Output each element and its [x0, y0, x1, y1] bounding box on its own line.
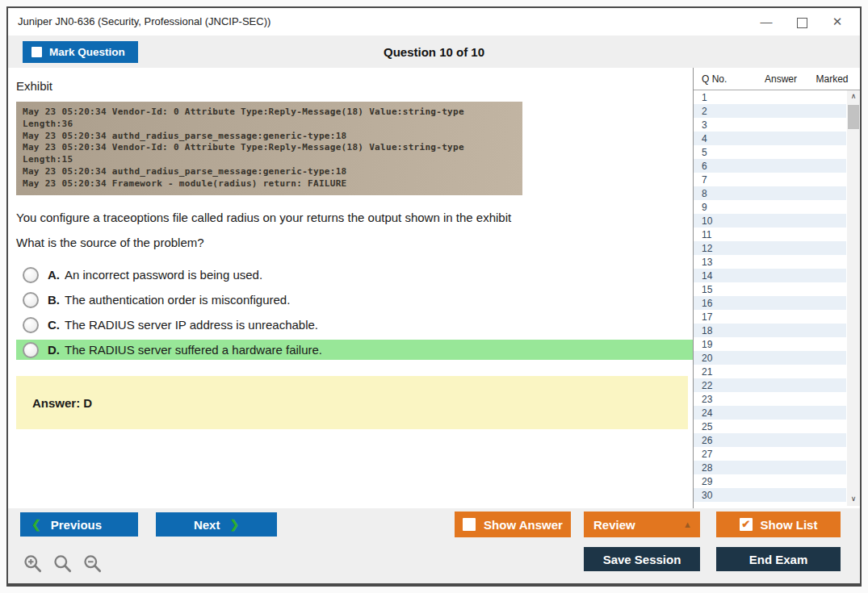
chevron-left-icon: ❮ [31, 518, 41, 531]
exhibit-log-line: May 23 05:20:34 authd_radius_parse_messa… [23, 166, 516, 178]
question-text-line1: You configure a traceoptions file called… [16, 211, 511, 224]
question-counter: Question 10 of 10 [8, 45, 860, 59]
option-row-C[interactable]: C.The RADIUS server IP address is unreac… [16, 315, 694, 335]
end-exam-button[interactable]: End Exam [716, 547, 841, 571]
radio-button[interactable] [23, 317, 39, 333]
review-dropdown[interactable]: Review ▲ [584, 512, 700, 537]
window-title: Juniper JN0-636 (Security, Professional … [18, 15, 270, 27]
zoom-out-icon[interactable] [82, 553, 103, 574]
review-label: Review [593, 518, 635, 532]
exhibit-log-line: May 23 05:20:34 Vendor-Id: 0 Attribute T… [23, 106, 516, 119]
column-answer: Answer [752, 73, 810, 85]
option-row-A[interactable]: A.An incorrect password is being used. [16, 265, 694, 285]
option-letter: A. [48, 268, 60, 282]
zoom-reset-icon[interactable] [52, 553, 73, 574]
question-list-row[interactable]: 14 [694, 269, 846, 282]
question-list-row[interactable]: 26 [694, 433, 846, 447]
answer-text: Answer: D [32, 396, 92, 410]
show-list-label: Show List [761, 518, 818, 532]
question-list-row[interactable]: 6 [694, 159, 846, 173]
exhibit-log-line: May 23 05:20:34 Vendor-Id: 0 Attribute T… [23, 142, 516, 154]
question-list-panel: Q No. Answer Marked 12345678910111213141… [693, 68, 860, 508]
radio-button[interactable] [23, 342, 39, 358]
question-list-row[interactable]: 16 [694, 296, 846, 310]
radio-button[interactable] [23, 267, 39, 283]
question-list-row[interactable]: 28 [694, 461, 846, 474]
question-list-row[interactable]: 15 [694, 282, 846, 296]
question-list-row[interactable]: 8 [694, 186, 846, 200]
next-label: Next [194, 518, 220, 532]
question-list-row[interactable]: 2 [694, 104, 846, 118]
exhibit-log-line: Length:36 [23, 119, 516, 131]
show-list-button[interactable]: ✔ Show List [716, 512, 841, 537]
option-text: The RADIUS server IP address is unreacha… [65, 318, 318, 332]
exhibit-log-line: May 23 05:20:34 authd_radius_parse_messa… [23, 131, 516, 143]
exhibit-log-line: Length:15 [23, 154, 516, 166]
zoom-in-icon[interactable] [23, 553, 44, 574]
question-list-row[interactable]: 18 [694, 324, 846, 337]
question-list-row[interactable]: 1 [694, 90, 846, 104]
show-list-checkbox[interactable]: ✔ [740, 518, 753, 531]
column-marked: Marked [810, 73, 854, 85]
question-list-row[interactable]: 4 [694, 132, 846, 145]
exam-window: Juniper JN0-636 (Security, Professional … [6, 6, 862, 587]
question-list-row[interactable]: 12 [694, 241, 846, 255]
maximize-icon [797, 18, 807, 28]
question-list-row[interactable]: 5 [694, 145, 846, 159]
question-list-scrollbar[interactable]: ∧ ∨ [847, 90, 860, 506]
scroll-up-icon[interactable]: ∧ [847, 90, 860, 103]
save-session-button[interactable]: Save Session [584, 547, 700, 571]
option-letter: B. [48, 293, 60, 307]
chevron-right-icon: ❯ [229, 518, 239, 531]
question-list-row[interactable]: 27 [694, 447, 846, 461]
question-list-row[interactable]: 21 [694, 365, 846, 378]
option-row-D[interactable]: D.The RADIUS server suffered a hardware … [16, 340, 694, 360]
minimize-button[interactable]: — [748, 8, 784, 35]
question-list-row[interactable]: 29 [694, 474, 846, 488]
option-letter: C. [48, 318, 60, 332]
question-list-row[interactable]: 10 [694, 214, 846, 228]
question-list-row[interactable]: 23 [694, 392, 846, 406]
radio-button[interactable] [23, 292, 39, 308]
question-list-row[interactable]: 3 [694, 118, 846, 132]
option-text: An incorrect password is being used. [65, 268, 262, 282]
column-qno: Q No. [694, 73, 752, 85]
end-exam-label: End Exam [749, 553, 808, 566]
save-session-label: Save Session [603, 553, 681, 566]
scroll-down-icon[interactable]: ∨ [847, 493, 860, 506]
question-list-row[interactable]: 30 [694, 488, 846, 502]
show-answer-button[interactable]: Show Answer [455, 512, 571, 537]
question-list-header: Q No. Answer Marked [694, 68, 860, 90]
option-row-B[interactable]: B.The authentication order is misconfigu… [16, 290, 694, 310]
options-list: A.An incorrect password is being used.B.… [16, 265, 694, 365]
show-answer-label: Show Answer [484, 518, 563, 532]
question-list-row[interactable]: 7 [694, 173, 846, 186]
show-answer-checkbox[interactable] [463, 518, 476, 531]
close-button[interactable]: ✕ [820, 8, 855, 35]
question-list-row[interactable]: 17 [694, 310, 846, 324]
question-list: 1234567891011121314151617181920212223242… [694, 90, 846, 502]
answer-box: Answer: D [16, 376, 688, 429]
maximize-button[interactable] [784, 8, 820, 35]
question-list-row[interactable]: 20 [694, 351, 846, 365]
title-bar: Juniper JN0-636 (Security, Professional … [8, 8, 860, 35]
zoom-controls [23, 553, 103, 574]
previous-button[interactable]: ❮ Previous [20, 512, 138, 537]
triangle-up-icon: ▲ [683, 520, 700, 529]
option-text: The authentication order is misconfigure… [65, 293, 290, 307]
question-list-row[interactable]: 25 [694, 420, 846, 433]
option-text: The RADIUS server suffered a hardware fa… [65, 343, 322, 357]
question-list-row[interactable]: 22 [694, 378, 846, 392]
question-list-row[interactable]: 19 [694, 337, 846, 351]
question-list-row[interactable]: 24 [694, 406, 846, 420]
question-list-row[interactable]: 9 [694, 200, 846, 214]
exhibit-log-line: May 23 05:20:34 Framework - module(radiu… [23, 178, 516, 190]
exhibit-label: Exhibit [16, 79, 52, 93]
question-list-row[interactable]: 11 [694, 228, 846, 241]
previous-label: Previous [51, 518, 102, 532]
exhibit-image: May 23 05:20:34 Vendor-Id: 0 Attribute T… [16, 102, 522, 195]
option-letter: D. [48, 343, 60, 357]
next-button[interactable]: Next ❯ [156, 512, 277, 537]
scrollbar-thumb[interactable] [848, 105, 859, 129]
question-list-row[interactable]: 13 [694, 255, 846, 269]
